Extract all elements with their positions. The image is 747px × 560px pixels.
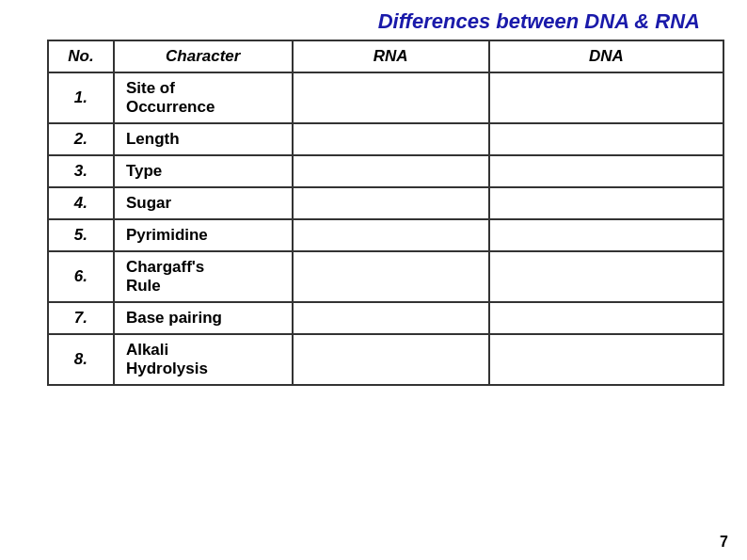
table-row: 8.AlkaliHydrolysis bbox=[48, 334, 723, 385]
page-number: 7 bbox=[720, 534, 728, 551]
cell-no: 1. bbox=[48, 72, 114, 123]
cell-rna bbox=[293, 334, 489, 385]
cell-character: Chargaff'sRule bbox=[114, 251, 293, 302]
cell-rna bbox=[293, 302, 489, 334]
page-container: Differences between DNA & RNA No. Charac… bbox=[0, 0, 747, 560]
cell-dna bbox=[489, 251, 723, 302]
cell-no: 5. bbox=[48, 219, 114, 251]
cell-dna bbox=[489, 302, 723, 334]
table-wrapper: No. Character RNA DNA 1.Site ofOccurrenc… bbox=[19, 40, 728, 386]
cell-no: 4. bbox=[48, 187, 114, 219]
cell-dna bbox=[489, 72, 723, 123]
cell-no: 8. bbox=[48, 334, 114, 385]
header-rna: RNA bbox=[293, 40, 489, 72]
cell-no: 6. bbox=[48, 251, 114, 302]
table-row: 5.Pyrimidine bbox=[48, 219, 723, 251]
cell-dna bbox=[489, 334, 723, 385]
header-dna: DNA bbox=[489, 40, 723, 72]
cell-rna bbox=[293, 187, 489, 219]
table-row: 7.Base pairing bbox=[48, 302, 723, 334]
cell-dna bbox=[489, 187, 723, 219]
header-character: Character bbox=[114, 40, 293, 72]
cell-character: Site ofOccurrence bbox=[114, 72, 293, 123]
cell-character: Base pairing bbox=[114, 302, 293, 334]
table-row: 2.Length bbox=[48, 123, 723, 155]
cell-rna bbox=[293, 155, 489, 187]
cell-character: Sugar bbox=[114, 187, 293, 219]
table-row: 4.Sugar bbox=[48, 187, 723, 219]
cell-dna bbox=[489, 219, 723, 251]
cell-rna bbox=[293, 251, 489, 302]
cell-rna bbox=[293, 72, 489, 123]
cell-rna bbox=[293, 219, 489, 251]
comparison-table: No. Character RNA DNA 1.Site ofOccurrenc… bbox=[47, 40, 724, 386]
cell-character: Type bbox=[114, 155, 293, 187]
cell-dna bbox=[489, 155, 723, 187]
cell-character: Length bbox=[114, 123, 293, 155]
table-row: 6.Chargaff'sRule bbox=[48, 251, 723, 302]
cell-character: AlkaliHydrolysis bbox=[114, 334, 293, 385]
cell-dna bbox=[489, 123, 723, 155]
page-title: Differences between DNA & RNA bbox=[19, 9, 728, 40]
cell-no: 7. bbox=[48, 302, 114, 334]
table-header-row: No. Character RNA DNA bbox=[48, 40, 723, 72]
cell-rna bbox=[293, 123, 489, 155]
cell-character: Pyrimidine bbox=[114, 219, 293, 251]
header-no: No. bbox=[48, 40, 114, 72]
table-row: 3.Type bbox=[48, 155, 723, 187]
table-row: 1.Site ofOccurrence bbox=[48, 72, 723, 123]
cell-no: 3. bbox=[48, 155, 114, 187]
cell-no: 2. bbox=[48, 123, 114, 155]
